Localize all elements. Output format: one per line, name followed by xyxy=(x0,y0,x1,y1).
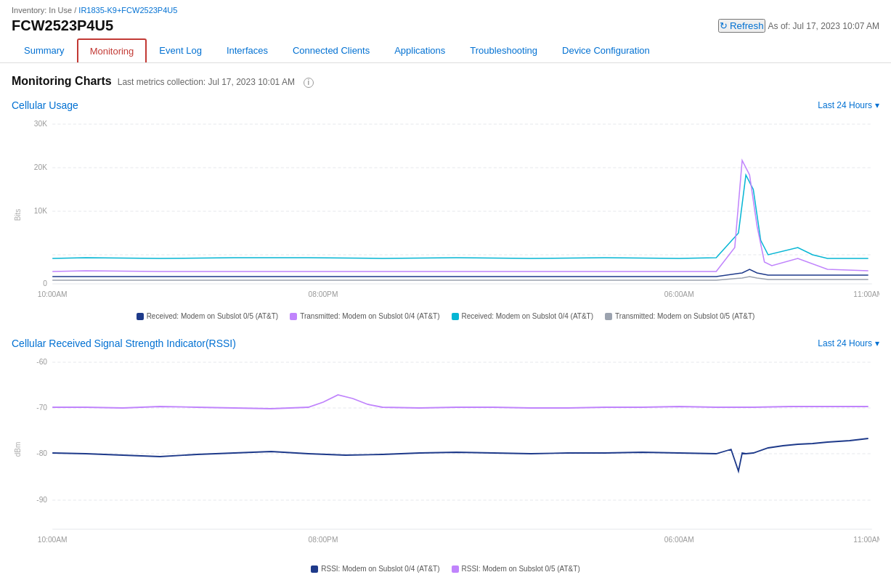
svg-text:08:00PM: 08:00PM xyxy=(309,536,338,544)
breadcrumb-device-id[interactable]: IR1835-K9+FCW2523P4U5 xyxy=(78,6,177,15)
svg-text:30K: 30K xyxy=(34,120,47,128)
svg-text:11:00AM: 11:00AM xyxy=(853,290,879,298)
svg-text:dBm: dBm xyxy=(14,442,22,457)
cellular-usage-canvas: 30K 20K 10K 0 Bits 10:00AM 08:00PM 06:00… xyxy=(12,117,879,308)
rssi-chart: -60 -70 -80 -90 dBm 10:00AM 08:00PM 06:0… xyxy=(12,355,879,573)
tab-device-configuration[interactable]: Device Configuration xyxy=(550,38,662,62)
cellular-usage-section: Cellular Usage Last 24 Hours ▾ 30K 2 xyxy=(12,99,879,320)
rssi-svg: -60 -70 -80 -90 dBm 10:00AM 08:00PM 06:0… xyxy=(12,355,879,558)
svg-text:10:00AM: 10:00AM xyxy=(38,290,68,298)
cellular-usage-time-range[interactable]: Last 24 Hours ▾ xyxy=(818,100,879,110)
svg-text:06:00AM: 06:00AM xyxy=(664,290,694,298)
rssi-legend-item-2: RSSI: Modem on Subslot 0/5 (AT&T) xyxy=(452,565,580,573)
refresh-timestamp: As of: Jul 17, 2023 10:07 AM xyxy=(768,21,879,31)
svg-text:-60: -60 xyxy=(36,358,47,366)
cellular-usage-svg: 30K 20K 10K 0 Bits 10:00AM 08:00PM 06:00… xyxy=(12,117,879,306)
rssi-title: Cellular Received Signal Strength Indica… xyxy=(12,338,236,349)
tab-connected-clients[interactable]: Connected Clients xyxy=(280,38,382,62)
svg-text:-90: -90 xyxy=(36,496,47,504)
rssi-legend-label-1: RSSI: Modem on Subslot 0/4 (AT&T) xyxy=(321,565,439,573)
cellular-usage-chart: 30K 20K 10K 0 Bits 10:00AM 08:00PM 06:00… xyxy=(12,117,879,320)
svg-text:-70: -70 xyxy=(36,404,47,412)
rssi-legend: RSSI: Modem on Subslot 0/4 (AT&T) RSSI: … xyxy=(12,565,879,573)
svg-text:10K: 10K xyxy=(34,207,47,215)
legend-item-2: Transmitted: Modem on Subslot 0/4 (AT&T) xyxy=(290,312,439,320)
device-title-row: FCW2523P4U5 ↻ Refresh As of: Jul 17, 202… xyxy=(12,17,879,34)
breadcrumb: Inventory: In Use / IR1835-K9+FCW2523P4U… xyxy=(12,6,879,15)
top-bar: Inventory: In Use / IR1835-K9+FCW2523P4U… xyxy=(0,0,891,63)
legend-item-1: Received: Modem on Subslot 0/5 (AT&T) xyxy=(137,312,279,320)
rssi-legend-item-1: RSSI: Modem on Subslot 0/4 (AT&T) xyxy=(311,565,439,573)
tab-applications[interactable]: Applications xyxy=(382,38,457,62)
legend-color-2 xyxy=(290,313,297,320)
rssi-time-range[interactable]: Last 24 Hours ▾ xyxy=(818,338,879,348)
cellular-usage-title: Cellular Usage xyxy=(12,99,78,111)
svg-text:0: 0 xyxy=(43,279,47,287)
charts-subtitle: Last metrics collection: Jul 17, 2023 10… xyxy=(118,77,295,87)
legend-item-3: Received: Modem on Subslot 0/4 (AT&T) xyxy=(452,312,594,320)
refresh-area: ↻ Refresh As of: Jul 17, 2023 10:07 AM xyxy=(718,19,879,33)
legend-item-4: Transmitted: Modem on Subslot 0/5 (AT&T) xyxy=(605,312,754,320)
svg-text:10:00AM: 10:00AM xyxy=(38,536,68,544)
rssi-legend-color-2 xyxy=(452,565,459,573)
refresh-label: Refresh xyxy=(730,20,764,31)
device-title: FCW2523P4U5 xyxy=(12,17,113,34)
charts-header: Monitoring Charts Last metrics collectio… xyxy=(12,75,879,88)
tab-monitoring[interactable]: Monitoring xyxy=(77,38,147,62)
refresh-button[interactable]: ↻ Refresh xyxy=(718,19,765,33)
refresh-icon: ↻ xyxy=(720,20,728,31)
tab-summary[interactable]: Summary xyxy=(12,38,77,62)
cellular-usage-header: Cellular Usage Last 24 Hours ▾ xyxy=(12,99,879,111)
content: Monitoring Charts Last metrics collectio… xyxy=(0,63,891,588)
cellular-usage-legend: Received: Modem on Subslot 0/5 (AT&T) Tr… xyxy=(12,312,879,320)
rssi-header: Cellular Received Signal Strength Indica… xyxy=(12,338,879,349)
info-icon[interactable]: i xyxy=(304,78,314,88)
charts-title: Monitoring Charts xyxy=(12,75,112,88)
nav-tabs: Summary Monitoring Event Log Interfaces … xyxy=(12,38,879,62)
legend-color-1 xyxy=(137,313,144,320)
rssi-chevron-down-icon: ▾ xyxy=(875,338,879,348)
svg-text:20K: 20K xyxy=(34,163,47,171)
legend-color-4 xyxy=(605,313,612,320)
legend-label-3: Received: Modem on Subslot 0/4 (AT&T) xyxy=(462,312,594,320)
svg-text:11:00AM: 11:00AM xyxy=(853,536,879,544)
svg-text:Bits: Bits xyxy=(14,209,22,221)
svg-text:-80: -80 xyxy=(36,449,47,457)
chevron-down-icon: ▾ xyxy=(875,100,879,110)
svg-text:08:00PM: 08:00PM xyxy=(309,290,338,298)
rssi-canvas: -60 -70 -80 -90 dBm 10:00AM 08:00PM 06:0… xyxy=(12,355,879,560)
breadcrumb-inventory: Inventory: In Use xyxy=(12,6,72,15)
tab-troubleshooting[interactable]: Troubleshooting xyxy=(457,38,550,62)
legend-color-3 xyxy=(452,313,459,320)
rssi-section: Cellular Received Signal Strength Indica… xyxy=(12,338,879,573)
tab-interfaces[interactable]: Interfaces xyxy=(214,38,280,62)
legend-label-2: Transmitted: Modem on Subslot 0/4 (AT&T) xyxy=(300,312,439,320)
svg-text:06:00AM: 06:00AM xyxy=(664,536,694,544)
legend-label-4: Transmitted: Modem on Subslot 0/5 (AT&T) xyxy=(615,312,754,320)
rssi-legend-color-1 xyxy=(311,565,318,573)
rssi-legend-label-2: RSSI: Modem on Subslot 0/5 (AT&T) xyxy=(462,565,580,573)
legend-label-1: Received: Modem on Subslot 0/5 (AT&T) xyxy=(147,312,279,320)
tab-event-log[interactable]: Event Log xyxy=(147,38,214,62)
